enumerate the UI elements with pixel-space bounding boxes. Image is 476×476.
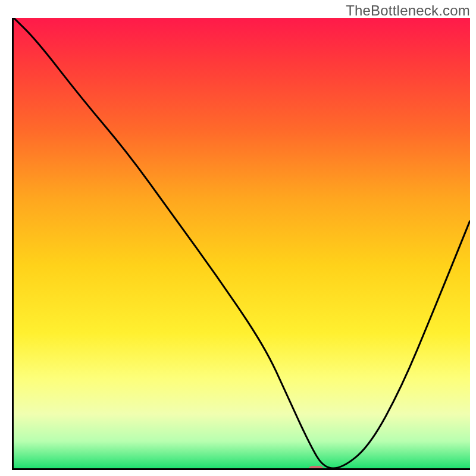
watermark-text: TheBottleneck.com [346,2,470,19]
optimal-marker [308,466,324,470]
plot-area [12,18,470,470]
bottleneck-curve-path [14,18,470,468]
curve-svg [14,18,470,468]
bottleneck-chart: TheBottleneck.com [0,0,476,476]
